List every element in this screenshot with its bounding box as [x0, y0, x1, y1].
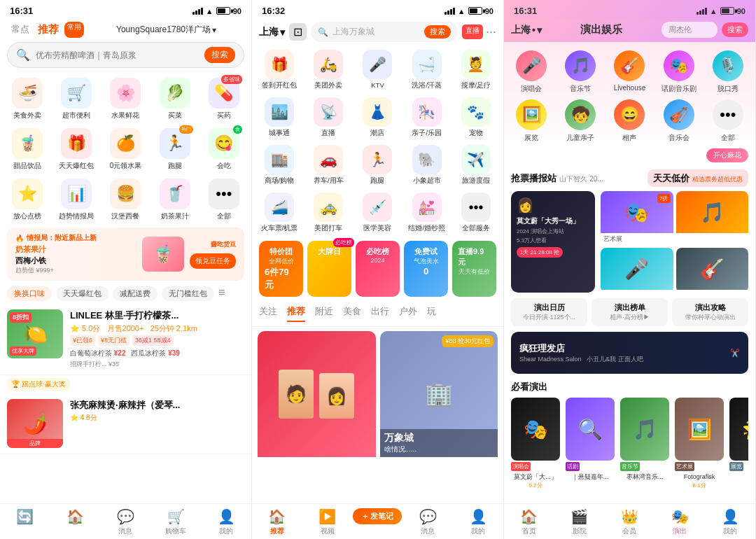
- filter-chip-2[interactable]: 减配送费: [113, 286, 158, 301]
- filter-chip-1[interactable]: 天天爆红包: [56, 286, 108, 301]
- scan-icon[interactable]: ⊡: [289, 23, 307, 41]
- p2-icon-errand[interactable]: 🏃 跑腿: [353, 141, 402, 189]
- icon-all[interactable]: ••• 全部: [200, 174, 248, 225]
- p3-cat-livehouse[interactable]: 🎸 Livehouse: [605, 48, 654, 97]
- p2-tab-nearby[interactable]: 附近: [315, 305, 333, 322]
- p3-cat-drama[interactable]: 🎭 话剧音乐剧: [654, 48, 704, 97]
- mustsee-card-3[interactable]: 🖼️ 艺术展 Fotografisk 8.1分: [675, 398, 724, 489]
- p2-nav-messages[interactable]: 💬 消息: [402, 508, 453, 536]
- p2-nav-create[interactable]: ＋ 发笔记: [353, 508, 403, 536]
- p2-icon-travel[interactable]: ✈️ 旅游度假: [451, 141, 500, 189]
- icon-food-takeout[interactable]: 🍜 美食外卖: [3, 74, 52, 124]
- p3-perf-calendar[interactable]: 演出日历 今日开演·1125个...: [511, 298, 587, 326]
- p2-icon-redpacket[interactable]: 🎁 签到开红包: [255, 46, 304, 94]
- feed-card-couple[interactable]: 🧑 👩: [258, 331, 376, 499]
- p3-cat-classical[interactable]: 🎻 音乐会: [654, 97, 704, 146]
- live-badge[interactable]: 直播: [462, 24, 483, 39]
- p2-icon-live[interactable]: 📡 直播: [304, 94, 353, 141]
- p3-ticket-title2-wrap[interactable]: 天天低价 精选票务超低优惠: [648, 169, 748, 187]
- p1-search-button[interactable]: 搜索: [204, 47, 235, 63]
- p3-perf-guide[interactable]: 演出攻略 带你种草心动演出: [672, 298, 748, 326]
- p3-cat-exhibition[interactable]: 🖼️ 展览: [507, 97, 556, 146]
- p3-cat-all[interactable]: ••• 全部: [704, 97, 752, 146]
- icon-drinks[interactable]: 🥤 奶茶果汁: [150, 174, 200, 225]
- p3-cat-talkshow[interactable]: 🎙️ 脱口秀: [704, 48, 752, 97]
- more-icon-p2[interactable]: ···: [486, 24, 496, 39]
- p3-cat-concert[interactable]: 🎤 演唱会: [507, 48, 556, 97]
- icon-running[interactable]: 🏃 热门 跑腿: [150, 124, 200, 174]
- p1-nav-refresh[interactable]: 🔄: [0, 508, 50, 536]
- p3-nav-performance[interactable]: 🎭 演出: [654, 508, 705, 536]
- p2-tab-food[interactable]: 美食: [343, 305, 361, 322]
- p3-cat-festival[interactable]: 🎵 音乐节: [556, 48, 605, 97]
- p1-nav-messages[interactable]: 💬 消息: [101, 508, 151, 536]
- store-card-linlee[interactable]: 🍋 8折扣 优享大牌 LINLEE 林里·手打柠檬茶... ⭐ 5.0分 月售2…: [0, 304, 251, 375]
- ticket-card-3[interactable]: 🎤: [601, 248, 673, 293]
- p2-promo-live99[interactable]: 直播9.9元 天天有低价: [452, 241, 496, 297]
- p2-tab-outdoor[interactable]: 户外: [399, 305, 417, 322]
- icon-medicine[interactable]: 💊 多省味 买药: [200, 74, 248, 124]
- p2-icon-fashion[interactable]: 👗 潮店: [353, 94, 402, 141]
- p1-nav-profile[interactable]: 👤 我的: [201, 508, 251, 536]
- mustsee-card-2[interactable]: 🎵 音乐节 枣林湾音乐...: [620, 398, 669, 489]
- p2-city[interactable]: 上海 ▾: [259, 26, 285, 38]
- p2-fab-btn[interactable]: ＋ 发笔记: [353, 508, 402, 524]
- p3-city[interactable]: 上海 • ▾: [511, 24, 542, 36]
- icon-rating[interactable]: ⭐ 放心点榜: [3, 174, 52, 225]
- mustsee-card-4[interactable]: 🌟 展览 SK 7.: [729, 398, 748, 489]
- p2-promo-freesample[interactable]: 免费试 气泡美水 0: [404, 241, 448, 297]
- p1-location[interactable]: YoungSquare1780洋广场 ▾: [88, 24, 244, 36]
- p1-tab-changdian[interactable]: 常点: [7, 22, 34, 38]
- filter-more-icon[interactable]: ≡: [218, 286, 225, 301]
- artist-countdown[interactable]: 1天 21:28:08 抢: [517, 247, 563, 258]
- ticket-card-4[interactable]: 🎸: [676, 248, 749, 293]
- p2-icon-pets[interactable]: 🐾 宠物: [451, 94, 500, 141]
- p2-icon-wedding[interactable]: 💒 结婚/婚纱照: [402, 189, 451, 237]
- p3-top-promo-badge[interactable]: 开心麻花: [706, 148, 748, 162]
- p3-nav-my[interactable]: 👤 我的: [705, 508, 755, 536]
- p2-icon-massage[interactable]: 💆 按摩/足疗: [451, 46, 500, 94]
- ticket-card-2[interactable]: 🎵: [676, 191, 749, 245]
- icon-flowers[interactable]: 🌸 水果鲜花: [101, 74, 150, 124]
- p2-icon-city[interactable]: 🏙️ 城事通: [255, 94, 304, 141]
- p1-nav-cart[interactable]: 🛒 购物车: [150, 508, 201, 536]
- p2-tab-follow[interactable]: 关注: [259, 305, 277, 322]
- ticket-card-1[interactable]: 🎭 7折 艺术展: [601, 191, 673, 245]
- store-card-zhangliang[interactable]: 🌶️ 品牌 张亮麻辣烫·麻辣拌（爱琴... ⭐ 4.8分: [0, 393, 251, 454]
- p1-nav-home[interactable]: 🏠: [50, 508, 101, 536]
- p2-icon-elephant[interactable]: 🐘 小象超市: [402, 141, 451, 189]
- p3-cat-comic[interactable]: 😄 相声: [605, 97, 654, 146]
- p2-icon-kids[interactable]: 🎠 亲子/乐园: [402, 94, 451, 141]
- icon-red-packet[interactable]: 🎁 天天爆红包: [52, 124, 101, 174]
- p2-tab-play[interactable]: 玩: [427, 305, 436, 322]
- p1-tab-tuijian[interactable]: 推荐: [34, 22, 63, 38]
- icon-groceries[interactable]: 🥬 买菜: [150, 74, 200, 124]
- p2-promo-dapai[interactable]: 大牌日 必吃榜: [307, 241, 351, 297]
- promo-action-btn[interactable]: 领兑豆任务: [190, 253, 236, 269]
- feed-card-mall[interactable]: 🏢 万象城 啥情况...... ¥88 抢30元红包: [380, 331, 498, 499]
- p2-icon-train[interactable]: 🚄 火车票/机票: [255, 189, 304, 237]
- p2-icon-bath[interactable]: 🛁 洗浴/汗蒸: [402, 46, 451, 94]
- p2-icon-takeout[interactable]: 🛵 美团外卖: [304, 46, 353, 94]
- p3-search-input[interactable]: 周杰伦: [662, 22, 718, 38]
- p2-search-wrap[interactable]: 🔍 上海万象城 搜索: [311, 22, 458, 42]
- icon-supermarket[interactable]: 🛒 超市便利: [52, 74, 101, 124]
- filter-chip-0[interactable]: 换换口味: [7, 286, 52, 301]
- p2-icon-ktv[interactable]: 🎤 KTV: [353, 46, 402, 94]
- p2-promo-bichi[interactable]: 必吃榜 2024: [356, 241, 400, 297]
- mustsee-card-1[interactable]: 🔍 话剧 ｜悬疑嘉年...: [566, 398, 615, 489]
- icon-burger[interactable]: 🍔 汉堡西餐: [101, 174, 150, 225]
- p2-tab-recommend[interactable]: 推荐: [287, 305, 305, 322]
- p1-search-input[interactable]: [36, 50, 199, 60]
- filter-chip-3[interactable]: 无门槛红包: [162, 286, 214, 301]
- p3-cat-children[interactable]: 🧒 儿童亲子: [556, 97, 605, 146]
- p2-icon-all-services[interactable]: ••• 全部服务: [451, 189, 500, 237]
- icon-dessert[interactable]: 🧋 甜品饮品: [3, 124, 52, 174]
- p2-nav-video[interactable]: ▶️ 视频: [302, 508, 353, 536]
- p1-promo-banner[interactable]: 🔥 情报局：附近新品上新 奶茶果汁 西梅小铁 趋势值 ¥999+ 🧋 赚吃货豆 …: [7, 227, 244, 281]
- p2-nav-home[interactable]: 🏠 推荐: [252, 508, 302, 536]
- p3-artist-card[interactable]: 👩 莫文蔚「大秀一场」 2024 演唱会上海站 5.3万人想看 1天 21:28…: [511, 191, 595, 293]
- p2-nav-profile[interactable]: 👤 我的: [453, 508, 503, 536]
- p3-nav-member[interactable]: 👑 会员: [605, 508, 655, 536]
- icon-trend[interactable]: 📊 趋势情报局: [52, 174, 101, 225]
